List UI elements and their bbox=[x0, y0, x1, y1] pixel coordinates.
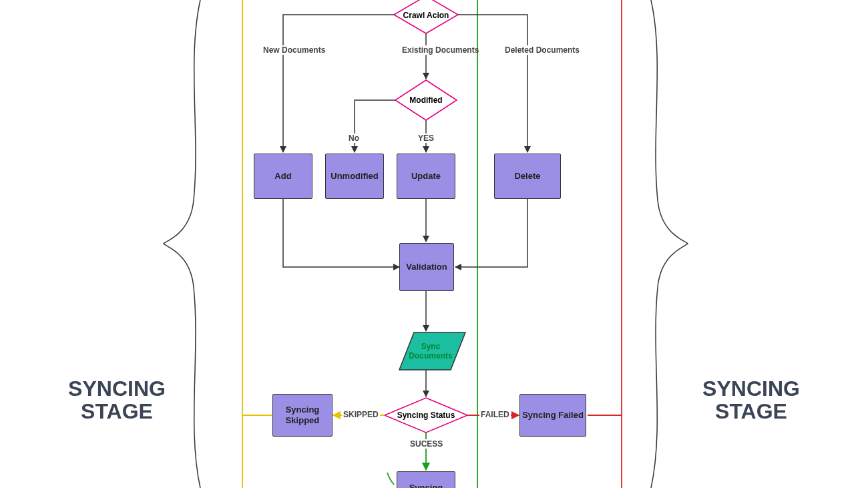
crawl-action-label: Crawl Acion bbox=[397, 3, 455, 28]
edge-yes-label: YES bbox=[417, 134, 435, 143]
edge-success-label: SUCESS bbox=[409, 439, 444, 449]
edge-deleted-label: Deleted Documents bbox=[503, 45, 557, 55]
syncing-status-label: Syncing Status bbox=[394, 405, 458, 425]
edge-new-label: New Documents bbox=[262, 45, 311, 55]
syncing-failed-node: Syncing Failed bbox=[519, 394, 586, 437]
delete-node: Delete bbox=[494, 154, 561, 199]
update-node: Update bbox=[397, 154, 455, 199]
add-node: Add bbox=[254, 154, 312, 199]
validation-node: Validation bbox=[399, 243, 454, 291]
edge-failed-label: FAILED bbox=[479, 410, 511, 419]
stage-label-right: SYNCING STAGE bbox=[698, 378, 805, 423]
modified-label: Modified bbox=[401, 92, 451, 108]
sync-documents-label: Sync Documents bbox=[404, 337, 457, 365]
unmodified-node: Unmodified bbox=[325, 154, 384, 199]
syncing-success-node: Syncing bbox=[397, 471, 455, 488]
stage-label-left: SYNCING STAGE bbox=[63, 378, 170, 423]
flowchart-canvas: Crawl Acion Modified Syncing Status Sync… bbox=[0, 0, 868, 488]
syncing-skipped-node: Syncing Skipped bbox=[272, 394, 333, 437]
edge-skipped-label: SKIPPED bbox=[342, 410, 380, 419]
edge-no-label: No bbox=[347, 134, 361, 143]
edge-existing-label: Existing Documents bbox=[401, 45, 454, 55]
